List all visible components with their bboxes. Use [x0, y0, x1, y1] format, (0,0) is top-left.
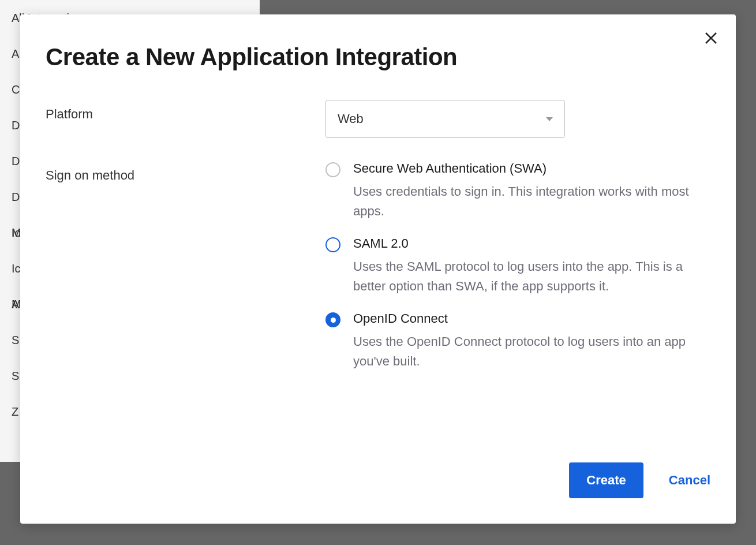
- radio-option-saml[interactable]: SAML 2.0 Uses the SAML protocol to log u…: [325, 236, 710, 296]
- radio-title: Secure Web Authentication (SWA): [353, 161, 710, 176]
- create-button[interactable]: Create: [569, 462, 643, 498]
- platform-select[interactable]: Web: [325, 100, 565, 138]
- radio-icon: [325, 237, 340, 252]
- radio-option-swa[interactable]: Secure Web Authentication (SWA) Uses cre…: [325, 161, 710, 221]
- platform-selected-value: Web: [338, 111, 364, 126]
- radio-content: SAML 2.0 Uses the SAML protocol to log u…: [353, 236, 710, 296]
- radio-title: OpenID Connect: [353, 311, 710, 326]
- radio-description: Uses the SAML protocol to log users into…: [353, 257, 710, 296]
- sign-on-method-label: Sign on method: [46, 161, 325, 183]
- radio-icon-selected: [325, 312, 340, 327]
- modal-footer: Create Cancel: [569, 462, 710, 498]
- radio-description: Uses credentials to sign in. This integr…: [353, 182, 710, 221]
- chevron-down-icon: [546, 117, 553, 121]
- radio-option-openid[interactable]: OpenID Connect Uses the OpenID Connect p…: [325, 311, 710, 371]
- close-button[interactable]: [702, 31, 720, 48]
- sign-on-method-row: Sign on method Secure Web Authentication…: [46, 161, 710, 372]
- close-icon: [705, 30, 717, 48]
- radio-description: Uses the OpenID Connect protocol to log …: [353, 332, 710, 371]
- radio-content: Secure Web Authentication (SWA) Uses cre…: [353, 161, 710, 221]
- cancel-button[interactable]: Cancel: [669, 473, 710, 488]
- sign-on-radio-group: Secure Web Authentication (SWA) Uses cre…: [325, 161, 710, 372]
- create-app-integration-modal: Create a New Application Integration Pla…: [20, 14, 736, 524]
- modal-title: Create a New Application Integration: [46, 43, 710, 71]
- radio-title: SAML 2.0: [353, 236, 710, 251]
- platform-label: Platform: [46, 100, 325, 122]
- radio-icon: [325, 162, 340, 177]
- radio-content: OpenID Connect Uses the OpenID Connect p…: [353, 311, 710, 371]
- platform-row: Platform Web: [46, 100, 710, 138]
